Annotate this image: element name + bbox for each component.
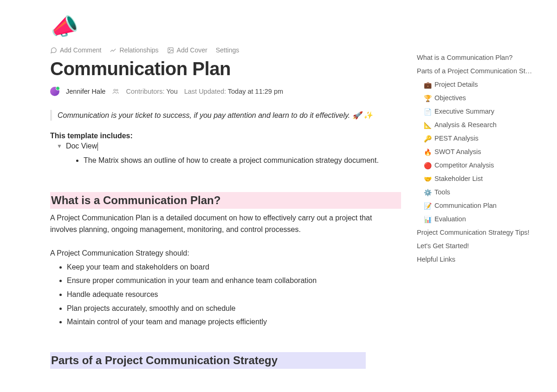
outline-sub-link[interactable]: 📄Executive Summary [417, 105, 538, 118]
outline-sub-label: Competitor Analysis [434, 159, 494, 172]
relationships-icon [110, 47, 117, 54]
page-meta: Jennifer Hale Contributors: You Last Upd… [50, 87, 401, 96]
section1-should-label[interactable]: A Project Communication Strategy should: [50, 248, 394, 259]
doc-view-label: Doc View [66, 142, 98, 151]
matrix-bullet[interactable]: The Matrix shows an outline of how to cr… [84, 154, 401, 167]
list-item[interactable]: Keep your team and stakeholders on board [67, 260, 401, 274]
gear-icon: ⚙️ [423, 186, 432, 199]
outline-sub-link[interactable]: 📝Communication Plan [417, 199, 538, 212]
key-icon: 🔑 [423, 132, 432, 145]
svg-point-1 [169, 49, 170, 50]
add-cover-button[interactable]: Add Cover [167, 46, 207, 54]
settings-label: Settings [216, 46, 240, 54]
outline-sub-label: Tools [434, 186, 450, 199]
quote-block[interactable]: Communication is your ticket to success,… [50, 110, 401, 121]
outline-sub-link[interactable]: 🏆Objectives [417, 91, 538, 105]
page-icon: 📄 [423, 105, 432, 118]
relationships-label: Relationships [119, 46, 158, 54]
outline-sub-label: Objectives [434, 91, 466, 105]
outline-sub-link[interactable]: 📐Analysis & Research [417, 118, 538, 132]
svg-point-2 [114, 89, 116, 91]
add-comment-button[interactable]: Add Comment [50, 46, 101, 54]
section1-para[interactable]: A Project Communication Plan is a detail… [50, 212, 394, 236]
outline-link[interactable]: Parts of a Project Communication St… [417, 64, 538, 78]
outline-link[interactable]: Let's Get Started! [417, 239, 538, 253]
outline-sub-label: Executive Summary [434, 105, 494, 118]
outline-sub-link[interactable]: ⚙️Tools [417, 186, 538, 199]
briefcase-icon: 💼 [423, 78, 432, 91]
doc-view-toggle[interactable]: ▼ Doc View [50, 142, 401, 151]
outline-sub-label: Evaluation [434, 212, 466, 226]
section1-bullets: Keep your team and stakeholders on board… [50, 260, 401, 329]
list-item[interactable]: Plan projects accurately, smoothly and o… [67, 302, 401, 315]
outline-sub-label: Analysis & Research [434, 118, 497, 132]
outline-sub-link[interactable]: 🔑PEST Analysis [417, 132, 538, 145]
contributors-value[interactable]: You [166, 88, 177, 95]
outline-sub-label: Communication Plan [434, 199, 497, 212]
document-main: 📣 Add Comment Relationships Add Cover Se… [50, 16, 401, 369]
outline-sub-link[interactable]: 📊Evaluation [417, 212, 538, 226]
outline-sub-label: PEST Analysis [434, 132, 479, 145]
list-item[interactable]: Maintain control of your team and manage… [67, 315, 401, 329]
relationships-button[interactable]: Relationships [110, 46, 158, 54]
settings-button[interactable]: Settings [216, 46, 240, 54]
fire-icon: 🔥 [423, 146, 432, 159]
image-icon [167, 47, 174, 54]
contributors-label: Contributors: [126, 88, 164, 95]
outline-sub-link[interactable]: 💼Project Details [417, 78, 538, 91]
list-item[interactable]: Handle adequate resources [67, 288, 401, 302]
page-title[interactable]: Communication Plan [50, 58, 401, 79]
list-item[interactable]: Ensure proper communication in your team… [67, 274, 401, 288]
trophy-icon: 🏆 [423, 92, 432, 105]
bar-chart-icon: 📊 [423, 213, 432, 226]
outline-sub-label: Project Details [434, 78, 478, 91]
section-heading-what-is[interactable]: What is a Communication Plan? [50, 192, 401, 209]
outline-sub-link[interactable]: 🔴Competitor Analysis [417, 159, 538, 172]
updated-value: Today at 11:29 pm [228, 88, 283, 95]
page-toolbar: Add Comment Relationships Add Cover Sett… [50, 46, 401, 54]
red-circle-icon: 🔴 [423, 159, 432, 172]
template-includes-heading[interactable]: This template includes: [50, 132, 401, 140]
memo-icon: 📝 [423, 199, 432, 212]
template-sub-bullets: The Matrix shows an outline of how to cr… [50, 154, 401, 167]
outline-link[interactable]: What is a Communication Plan? [417, 51, 538, 64]
section-heading-parts[interactable]: Parts of a Project Communication Strateg… [50, 352, 366, 369]
quote-text: Communication is your ticket to success,… [58, 111, 373, 119]
caret-down-icon: ▼ [57, 143, 62, 149]
author-name[interactable]: Jennifer Hale [66, 88, 105, 95]
outline-sub-link[interactable]: 🤝Stakeholder List [417, 172, 538, 186]
outline-sub-label: SWOT Analysis [434, 145, 481, 159]
handshake-icon: 🤝 [423, 173, 432, 186]
outline-link[interactable]: Project Communication Strategy Tips! [417, 226, 538, 239]
author-avatar[interactable] [50, 87, 59, 96]
updated-label: Last Updated: [184, 88, 226, 95]
outline-sub-link[interactable]: 🔥SWOT Analysis [417, 145, 538, 159]
page-icon[interactable]: 📣 [49, 14, 79, 40]
comment-icon [50, 47, 57, 54]
add-cover-label: Add Cover [177, 46, 207, 54]
outline-link[interactable]: Helpful Links [417, 253, 538, 266]
ruler-icon: 📐 [423, 119, 432, 132]
outline-sub-label: Stakeholder List [434, 172, 483, 186]
svg-point-3 [117, 90, 118, 91]
contributors-icon [112, 88, 119, 95]
outline-sidebar: What is a Communication Plan? Parts of a… [417, 51, 538, 266]
add-comment-label: Add Comment [60, 46, 101, 54]
